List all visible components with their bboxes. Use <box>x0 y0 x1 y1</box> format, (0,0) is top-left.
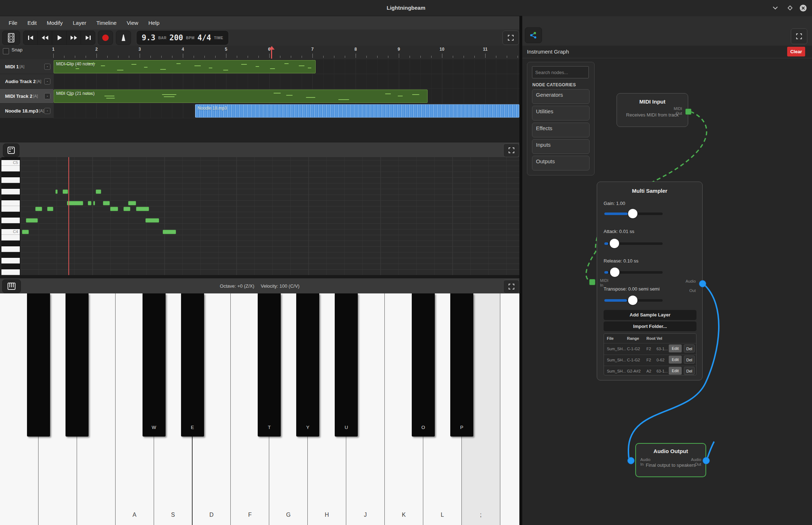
midi-note[interactable] <box>88 201 91 205</box>
timeline-ruler[interactable]: 1234567891011 <box>0 46 519 60</box>
black-key-u[interactable]: U <box>335 293 358 437</box>
black-key-o[interactable]: O <box>412 293 435 437</box>
slider-track[interactable] <box>604 242 663 245</box>
slider-thumb[interactable] <box>628 296 637 305</box>
slider-thumb[interactable] <box>610 268 619 277</box>
snap-checkbox[interactable] <box>3 48 9 54</box>
black-key-w[interactable]: W <box>143 293 166 437</box>
piano-roll-key[interactable] <box>1 241 20 246</box>
piano-roll-key[interactable] <box>1 183 20 189</box>
piano-roll-key[interactable] <box>1 172 20 177</box>
output-audio-out-port[interactable] <box>703 457 710 464</box>
piano-roll-key[interactable] <box>1 189 20 195</box>
piano-roll-grid[interactable] <box>21 157 519 275</box>
track-minus-button[interactable]: - <box>44 78 50 85</box>
piano-roll-key[interactable] <box>1 258 20 264</box>
piano-roll-key[interactable] <box>1 157 20 160</box>
slider-track[interactable] <box>604 299 663 302</box>
menu-item-help[interactable]: Help <box>143 16 164 29</box>
category-generators[interactable]: Generators <box>532 89 590 104</box>
piano-roll-key[interactable] <box>1 218 20 223</box>
piano-roll-mode-button[interactable] <box>3 143 19 157</box>
delete-sample-button[interactable]: Del <box>684 356 695 364</box>
piano-roll-fullscreen-button[interactable] <box>503 143 519 157</box>
output-audio-in-port[interactable] <box>627 457 635 464</box>
playhead-marker-arrow[interactable] <box>269 46 275 50</box>
play-button[interactable] <box>52 31 67 45</box>
skip-to-end-button[interactable] <box>81 31 95 45</box>
piano-roll-key-c5[interactable]: C5 <box>1 160 20 166</box>
track-minus-button[interactable]: - <box>44 64 50 70</box>
piano-roll-key-strip[interactable]: C5C4 <box>1 157 21 275</box>
midi-note[interactable] <box>110 207 118 211</box>
search-nodes-input[interactable] <box>532 66 589 78</box>
maximize-diamond-icon[interactable] <box>786 4 794 12</box>
import-folder-button[interactable]: Import Folder... <box>604 321 696 331</box>
midi-note[interactable] <box>145 218 159 223</box>
midi-note[interactable] <box>47 207 53 211</box>
record-button[interactable] <box>98 31 113 45</box>
midi-note[interactable] <box>123 207 130 211</box>
rewind-button[interactable] <box>38 31 52 45</box>
track-label-1[interactable]: MIDI 1[A]- <box>0 59 53 74</box>
delete-sample-button[interactable]: Del <box>684 344 695 352</box>
delete-sample-button[interactable]: Del <box>684 367 695 375</box>
category-utilities[interactable]: Utilities <box>532 106 590 120</box>
film-timeline-button[interactable] <box>2 31 20 45</box>
multi-sampler-node[interactable]: Multi Sampler Gain: 1.00Attack: 0.01 ssR… <box>597 182 703 380</box>
node-graph-mode-button[interactable] <box>525 27 542 43</box>
track-label-4[interactable]: Noodle 18.mp3[A]- <box>0 104 53 118</box>
piano-roll-key[interactable] <box>1 269 20 275</box>
midi-input-node[interactable]: MIDI Input Receives MIDI from track MIDI… <box>617 93 688 127</box>
graph-fullscreen-button[interactable] <box>791 28 807 44</box>
edit-sample-button[interactable]: Edit <box>669 344 682 352</box>
midi-note[interactable] <box>128 201 136 205</box>
slider-track[interactable] <box>604 213 663 215</box>
piano-roll-key[interactable] <box>1 223 20 229</box>
black-key-p[interactable]: P <box>450 293 473 437</box>
midi-note[interactable] <box>67 201 83 205</box>
midi-note[interactable] <box>55 190 58 194</box>
midi-note[interactable] <box>163 230 176 234</box>
black-key-y[interactable]: Y <box>296 293 319 437</box>
midi-note[interactable] <box>103 201 110 205</box>
piano-roll-key[interactable] <box>1 195 20 200</box>
sampler-midi-in-port[interactable] <box>589 279 595 285</box>
minimize-chevron-icon[interactable] <box>771 4 779 12</box>
menu-item-modify[interactable]: Modify <box>42 16 68 29</box>
midi-note[interactable] <box>93 201 95 205</box>
track-minus-button[interactable]: - <box>44 108 50 114</box>
slider-thumb[interactable] <box>628 209 637 218</box>
timeline-empty-area[interactable] <box>0 118 519 142</box>
menu-item-timeline[interactable]: Timeline <box>91 16 122 29</box>
category-effects[interactable]: Effects <box>532 123 590 137</box>
track-label-3[interactable]: MIDI Track 2[A]- <box>0 89 53 104</box>
midi-note[interactable] <box>26 218 38 223</box>
piano-roll-key[interactable] <box>1 212 20 218</box>
metronome-button[interactable] <box>116 31 131 45</box>
midi-note[interactable] <box>96 190 101 194</box>
midi-note[interactable] <box>136 207 149 211</box>
slider-thumb[interactable] <box>610 239 619 248</box>
midi-note[interactable] <box>35 207 42 211</box>
edit-sample-button[interactable]: Edit <box>669 367 682 375</box>
white-key[interactable] <box>500 293 519 525</box>
piano-roll-key[interactable] <box>1 200 20 206</box>
piano-roll-key[interactable] <box>1 246 20 252</box>
piano-roll-key[interactable] <box>1 206 20 212</box>
menu-item-layer[interactable]: Layer <box>68 16 91 29</box>
edit-sample-button[interactable]: Edit <box>669 356 682 364</box>
track-label-2[interactable]: Audio Track 2[A]- <box>0 74 53 89</box>
piano-roll-key[interactable] <box>1 252 20 258</box>
piano-roll-key-c4[interactable]: C4 <box>1 229 20 235</box>
keyboard-fullscreen-button[interactable] <box>503 280 519 293</box>
close-icon[interactable] <box>799 4 807 12</box>
midi-out-port[interactable] <box>685 109 691 115</box>
fast-forward-button[interactable] <box>67 31 81 45</box>
black-key-e[interactable]: E <box>181 293 204 437</box>
audio-output-node[interactable]: Audio Output Final output to speakers Au… <box>635 443 706 477</box>
track-minus-button[interactable]: - <box>44 93 50 99</box>
black-key[interactable] <box>66 293 89 437</box>
menu-item-edit[interactable]: Edit <box>22 16 42 29</box>
timeline-fullscreen-button[interactable] <box>502 31 519 45</box>
